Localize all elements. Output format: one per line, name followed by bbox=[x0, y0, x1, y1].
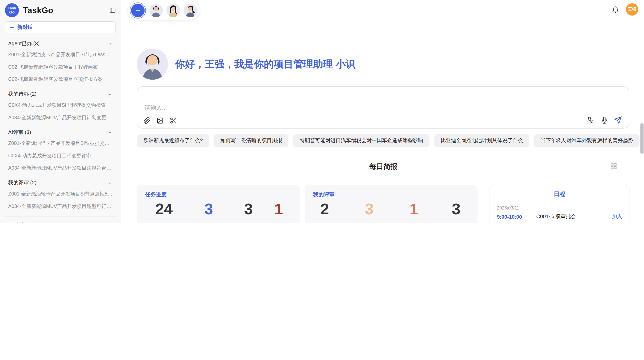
stat: 24 新增完成任务 bbox=[149, 201, 179, 223]
schedule-list: 2025/03/11 9:00-10:00 C001-立项审批会 加入 2025… bbox=[497, 202, 622, 223]
new-chat-button[interactable]: 新对话 bbox=[5, 21, 116, 33]
stat-label: 待评审 bbox=[449, 222, 463, 223]
suggestion-chip[interactable]: 特朗普可能对进口汽车增税会对中国车企造成哪些影响 bbox=[293, 134, 430, 147]
new-chat-label: 新对话 bbox=[17, 24, 33, 31]
stat: 3 新增AI完成任务 bbox=[192, 201, 226, 223]
sidebar-task-item[interactable]: Z001-全新燃油轻卡产品开发项目SI造型提交物评审 bbox=[5, 137, 116, 149]
sidebar-task-item[interactable]: C0X4-动力总成开发项目工程变更评审 bbox=[5, 149, 116, 162]
agent-avatar-3[interactable] bbox=[184, 4, 197, 17]
agent-avatar-1[interactable] bbox=[149, 4, 163, 17]
vertical-scrollbar-thumb[interactable] bbox=[640, 123, 643, 154]
briefing-columns: 任务进度 24 新增完成任务 3 新增AI完成任务 3 我的待办 bbox=[137, 185, 630, 223]
stat-value: 2 bbox=[320, 201, 329, 218]
suggestion-chip[interactable]: 当下年轻人对汽车外观有怎样的喜好趋势 bbox=[534, 134, 640, 147]
image-icon[interactable] bbox=[157, 117, 164, 124]
section-title: Agent已办 (3) bbox=[8, 40, 39, 47]
stat-label: AI预评审 bbox=[360, 222, 379, 223]
greeting-text: 你好，王强，我是你的项目管理助理 小识 bbox=[175, 57, 355, 71]
schedule-card: 日程 2025/03/11 9:00-10:00 C001-立项审批会 加入 bbox=[489, 185, 630, 223]
sidebar-header: Task Go TaskGo bbox=[0, 0, 121, 19]
my-review-card: 我的评审 2 进行中 3 AI预评审 1 已逾期 bbox=[305, 185, 478, 223]
stat-value: 3 bbox=[365, 201, 374, 218]
agent-avatar-group bbox=[127, 1, 200, 20]
section-header-recent-chats[interactable]: 最近对话 bbox=[5, 217, 116, 223]
sidebar-task-item[interactable]: A034-全新新能源MUV产品开发项目法规符合性评审 bbox=[5, 162, 116, 174]
sidebar-toggle-icon[interactable] bbox=[109, 7, 116, 13]
chevron-up-icon bbox=[108, 41, 112, 46]
schedule-name: C001-立项审批会 bbox=[536, 213, 612, 220]
logo-line2: Go bbox=[9, 10, 14, 14]
my-review-title: 我的评审 bbox=[313, 191, 468, 198]
task-progress-card: 任务进度 24 新增完成任务 3 新增AI完成任务 3 我的待办 bbox=[137, 185, 300, 223]
stat-value: 1 bbox=[274, 201, 283, 218]
sidebar-task-item[interactable]: Z001-全新燃油皮卡产品开发项目SI节点Lesson Learn报告 bbox=[5, 49, 116, 61]
attachment-icon[interactable] bbox=[143, 117, 150, 124]
sidebar-list: Agent已办 (3) Z001-全新燃油皮卡产品开发项目SI节点Lesson … bbox=[0, 35, 121, 223]
send-icon[interactable] bbox=[614, 116, 622, 124]
input-left-icons bbox=[143, 117, 177, 124]
section-title: 我的评审 (2) bbox=[8, 179, 36, 186]
sidebar-task-item[interactable]: C02-飞腾新能源轻客改款项目立项汇报方案 bbox=[5, 73, 116, 85]
section-items: Z001-全新燃油轻卡产品开发项目SI节点属性5D文件评审A034-全新新能源M… bbox=[5, 188, 116, 212]
schedule-item: 2025/03/11 9:00-10:00 C001-立项审批会 加入 bbox=[497, 202, 622, 223]
add-agent-button[interactable] bbox=[130, 3, 145, 18]
section-header-ai-review[interactable]: AI评审 (3) bbox=[5, 124, 116, 137]
user-avatar[interactable]: 王强 bbox=[626, 3, 638, 16]
stat-label: 已逾期 bbox=[406, 222, 421, 223]
greeting: 你好，王强，我是你的项目管理助理 小识 bbox=[137, 49, 355, 80]
sidebar-task-item[interactable]: Z001-全新燃油轻卡产品开发项目SI节点属性5D文件评审 bbox=[5, 188, 116, 200]
chevron-up-icon bbox=[108, 92, 112, 97]
layout-grid-icon[interactable] bbox=[610, 163, 617, 169]
schedule-time: 9:00-10:00 bbox=[497, 214, 536, 220]
sidebar-task-item[interactable]: A034-全新新能源MUV产品开发项目造型可行性评审 bbox=[5, 200, 116, 212]
right-column: 日程 2025/03/11 9:00-10:00 C001-立项审批会 加入 bbox=[489, 185, 630, 223]
suggestion-chip[interactable]: 如何写一份清晰的项目周报 bbox=[214, 134, 289, 147]
phone-icon[interactable] bbox=[588, 117, 595, 124]
task-progress-title: 任务进度 bbox=[145, 191, 290, 198]
stat-value: 1 bbox=[409, 201, 418, 218]
stat-label: 已逾期 bbox=[271, 222, 286, 223]
notification-bell-icon[interactable] bbox=[612, 6, 619, 13]
app-title: TaskGo bbox=[23, 6, 53, 15]
top-right-controls: 王强 bbox=[612, 3, 638, 16]
section-header-my-todo[interactable]: 我的待办 (2) bbox=[5, 85, 116, 99]
assistant-avatar bbox=[137, 49, 168, 80]
input-right-icons bbox=[588, 116, 622, 124]
section-header-my-review[interactable]: 我的评审 (2) bbox=[5, 174, 116, 188]
scissors-icon[interactable] bbox=[170, 117, 177, 124]
stat-label: 我的待办 bbox=[239, 222, 258, 223]
schedule-date: 2025/03/11 bbox=[497, 205, 622, 210]
agent-avatar-2[interactable] bbox=[166, 4, 180, 17]
schedule-title: 日程 bbox=[497, 191, 622, 198]
chat-input-placeholder: 请输入... bbox=[145, 104, 167, 112]
chevron-up-icon bbox=[108, 181, 112, 185]
section-items: Z001-全新燃油皮卡产品开发项目SI节点Lesson Learn报告C02-飞… bbox=[5, 49, 116, 85]
stat: 2 进行中 bbox=[317, 201, 332, 223]
sidebar-task-item[interactable]: A034-全新新能源MUV产品开发项目计划变更表编写 bbox=[5, 111, 116, 124]
stat-value: 3 bbox=[244, 201, 253, 218]
main-area: 王强 你好，王强，我是你的项目管理助理 小识 请输入... 欧洲新规最近颁布了 bbox=[122, 0, 644, 223]
stat-label: 新增AI完成任务 bbox=[192, 222, 226, 223]
plus-icon bbox=[9, 25, 14, 30]
suggestion-chip[interactable]: 比亚迪全固态电池计划具体说了什么 bbox=[434, 134, 530, 147]
left-column: 任务进度 24 新增完成任务 3 新增AI完成任务 3 我的待办 bbox=[137, 185, 477, 223]
stat: 1 已逾期 bbox=[271, 201, 286, 223]
daily-brief-header: 每日简报 bbox=[137, 162, 630, 171]
sidebar-task-item[interactable]: C0X4-动力总成开发项目SI里程碑提交物检查 bbox=[5, 99, 116, 111]
task-progress-stats: 24 新增完成任务 3 新增AI完成任务 3 我的待办 1 已逾期 bbox=[145, 201, 290, 223]
section-title: AI评审 (3) bbox=[8, 129, 31, 136]
my-review-stats: 2 进行中 3 AI预评审 1 已逾期 3 待评审 bbox=[313, 201, 468, 223]
schedule-join-link[interactable]: 加入 bbox=[612, 213, 622, 220]
chevron-up-icon bbox=[108, 130, 112, 135]
stat: 3 AI预评审 bbox=[360, 201, 379, 223]
section-header-agent-done[interactable]: Agent已办 (3) bbox=[5, 35, 116, 48]
stat-value: 3 bbox=[452, 201, 460, 218]
chat-input[interactable]: 请输入... bbox=[137, 86, 629, 128]
app-logo: Task Go bbox=[5, 3, 19, 17]
sidebar-task-item[interactable]: C02-飞腾新能源轻客改款项目里程碑画布 bbox=[5, 61, 116, 73]
microphone-icon[interactable] bbox=[601, 117, 608, 124]
suggestion-chip[interactable]: 欧洲新规最近颁布了什么? bbox=[137, 134, 209, 147]
stats-row: 任务进度 24 新增完成任务 3 新增AI完成任务 3 我的待办 bbox=[137, 185, 477, 223]
stat-label: 进行中 bbox=[317, 222, 332, 223]
daily-brief-title: 每日简报 bbox=[370, 163, 398, 171]
